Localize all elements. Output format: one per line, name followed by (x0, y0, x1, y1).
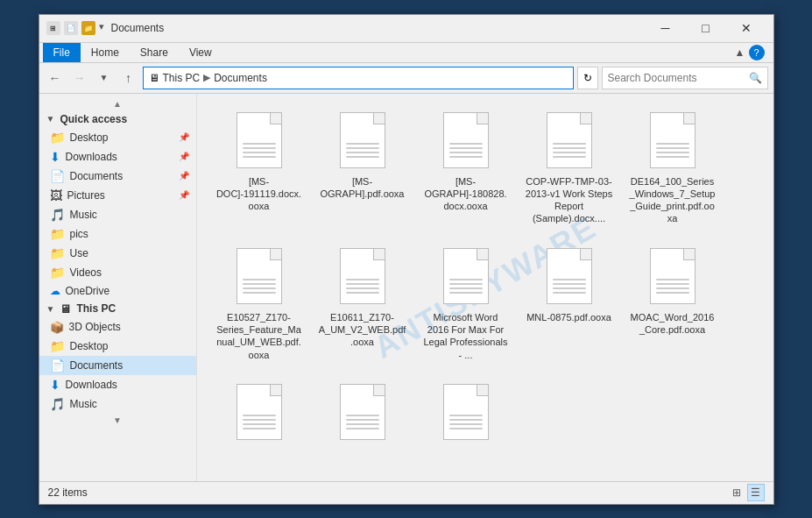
sidebar-downloads2-label: Downloads (66, 379, 117, 391)
list-item[interactable] (314, 374, 411, 453)
back-button[interactable]: ← (45, 67, 66, 89)
list-item[interactable] (211, 374, 307, 453)
path-documents[interactable]: Documents (214, 72, 267, 84)
sidebar-pictures-label: Pictures (67, 189, 105, 202)
sidebar-item-downloads2[interactable]: ⬇ Downloads (39, 375, 196, 394)
sidebar-onedrive-label: OneDrive (66, 285, 110, 297)
videos-icon: 📁 (50, 266, 65, 280)
up-button[interactable]: ↑ (118, 67, 139, 89)
file-icon-6 (335, 245, 391, 308)
sidebar-pics2-label: pics (70, 228, 88, 240)
sidebar-item-documents2[interactable]: 📄 Documents (39, 356, 196, 375)
path-thispc[interactable]: This PC (163, 72, 201, 84)
doc-shape (443, 112, 489, 168)
tab-share[interactable]: Share (130, 43, 179, 62)
ribbon-collapse-icon[interactable]: ▲ (735, 46, 745, 59)
file-icon-12 (438, 380, 494, 443)
sidebar-scroll-down[interactable]: ▼ (39, 414, 196, 427)
tab-home[interactable]: Home (81, 43, 130, 62)
doc-shape (547, 112, 592, 168)
search-icon[interactable]: 🔍 (749, 72, 762, 84)
sidebar-scroll-up: ▲ (39, 97, 196, 110)
doc-lines (449, 412, 483, 432)
file-name-4: DE164_100_Series_Windows_7_Setup_Guide_p… (629, 175, 717, 225)
list-item[interactable]: COP-WFP-TMP-03-2013-v1 Work Steps Report… (521, 103, 618, 231)
doc-lines (656, 276, 689, 296)
list-item[interactable]: [MS-OGRAPH]-180828.docx.ooxa (418, 103, 514, 231)
folder-blue-icon2: 📁 (50, 339, 65, 353)
file-name-9: MOAC_Word_2016_Core.pdf.ooxa (629, 311, 717, 337)
music-icon2: 🎵 (50, 397, 65, 411)
folder-icon-use: 📁 (50, 246, 65, 260)
minimize-button[interactable]: ─ (646, 14, 686, 42)
sidebar-item-music2[interactable]: 🎵 Music (39, 394, 196, 414)
list-item[interactable]: DE164_100_Series_Windows_7_Setup_Guide_p… (625, 103, 721, 231)
doc-shape (650, 248, 695, 304)
sidebar-item-pics2[interactable]: 📁 pics (39, 224, 196, 244)
app-icon-1: ⊞ (46, 21, 60, 35)
ribbon-tabs: File Home Share View ▲ ? (39, 43, 773, 62)
pc-icon: 🖥 (149, 72, 159, 84)
doc-shape (340, 248, 385, 304)
maximize-button[interactable]: □ (686, 14, 726, 42)
file-name-3: COP-WFP-TMP-03-2013-v1 Work Steps Report… (526, 175, 613, 225)
search-box[interactable]: 🔍 (602, 67, 768, 89)
search-input[interactable] (608, 72, 745, 84)
close-button[interactable]: ✕ (726, 14, 766, 42)
sidebar-downloads-label: Downloads (66, 151, 117, 163)
sidebar-item-videos[interactable]: 📁 Videos (39, 263, 196, 282)
recent-locations-button[interactable]: ▼ (94, 67, 115, 89)
sidebar-3d-label: 3D Objects (69, 321, 121, 333)
doc-lines (243, 140, 276, 160)
item-count: 22 items (48, 486, 88, 499)
sidebar-item-3dobjects[interactable]: 📦 3D Objects (39, 318, 196, 337)
list-item[interactable]: [MS-OGRAPH].pdf.ooxa (314, 103, 411, 231)
address-path[interactable]: 🖥 This PC ▶ Documents (143, 67, 574, 89)
sidebar-desktop2-label: Desktop (70, 340, 109, 352)
explorer-window: ⊞ 📄 📁 ▾ Documents ─ □ ✕ File Home Share … (39, 14, 774, 505)
sidebar-documents-label: Documents (70, 170, 124, 182)
sidebar-item-music[interactable]: 🎵 Music (39, 205, 196, 224)
doc-shape (237, 112, 282, 168)
doc-lines (243, 276, 276, 296)
doc-lines (553, 276, 586, 296)
list-item[interactable]: MOAC_Word_2016_Core.pdf.ooxa (625, 238, 721, 367)
sidebar-item-desktop2[interactable]: 📁 Desktop (39, 337, 196, 356)
list-item[interactable] (418, 374, 514, 453)
refresh-button[interactable]: ↻ (577, 67, 598, 89)
folder-blue-icon: 📁 (50, 131, 65, 145)
sidebar-thispc[interactable]: ▼ 🖥 This PC (39, 300, 196, 318)
grid-view-button[interactable]: ⊞ (728, 484, 745, 501)
list-item[interactable]: E10527_Z170-Series_Feature_Manual_UM_WEB… (211, 238, 307, 367)
tab-file[interactable]: File (43, 43, 81, 62)
forward-button[interactable]: → (69, 67, 90, 89)
doc-lines (449, 276, 483, 296)
list-item[interactable]: MNL-0875.pdf.ooxa (521, 238, 618, 367)
list-item[interactable]: E10611_Z170-A_UM_V2_WEB.pdf.ooxa (314, 238, 411, 367)
pin-icon: 📌 (179, 132, 189, 142)
file-name-8: MNL-0875.pdf.ooxa (526, 311, 611, 323)
help-icon[interactable]: ? (749, 45, 765, 60)
sidebar-item-pictures[interactable]: 🖼 Pictures 📌 (39, 186, 196, 205)
tab-view[interactable]: View (179, 43, 222, 62)
list-item[interactable]: [MS-DOC]-191119.docx.ooxa (211, 103, 307, 231)
doc-shape (443, 384, 489, 440)
list-view-button[interactable]: ☰ (747, 484, 765, 501)
app-icon-folder: 📁 (81, 21, 95, 35)
file-icon-9 (645, 245, 701, 308)
sidebar-item-downloads[interactable]: ⬇ Downloads 📌 (39, 147, 196, 167)
file-icon-11 (335, 380, 391, 443)
title-bar: ⊞ 📄 📁 ▾ Documents ─ □ ✕ (39, 15, 773, 43)
docs-icon2: 📄 (50, 358, 65, 373)
sidebar-item-desktop[interactable]: 📁 Desktop 📌 (39, 128, 196, 147)
file-grid: [MS-DOC]-191119.docx.ooxa (197, 94, 773, 481)
file-name-1: [MS-OGRAPH].pdf.ooxa (319, 175, 406, 201)
path-separator: ▶ (203, 72, 210, 83)
list-item[interactable]: Microsoft Word 2016 For Max For Legal Pr… (418, 238, 514, 367)
sidebar-item-onedrive[interactable]: ☁ OneDrive (39, 282, 196, 300)
sidebar-item-documents[interactable]: 📄 Documents 📌 (39, 167, 196, 186)
sidebar-item-use[interactable]: 📁 Use (39, 244, 196, 263)
doc-lines (656, 140, 689, 160)
file-icon-2 (438, 109, 494, 172)
sidebar-quick-access[interactable]: ▼ Quick access (39, 110, 196, 128)
